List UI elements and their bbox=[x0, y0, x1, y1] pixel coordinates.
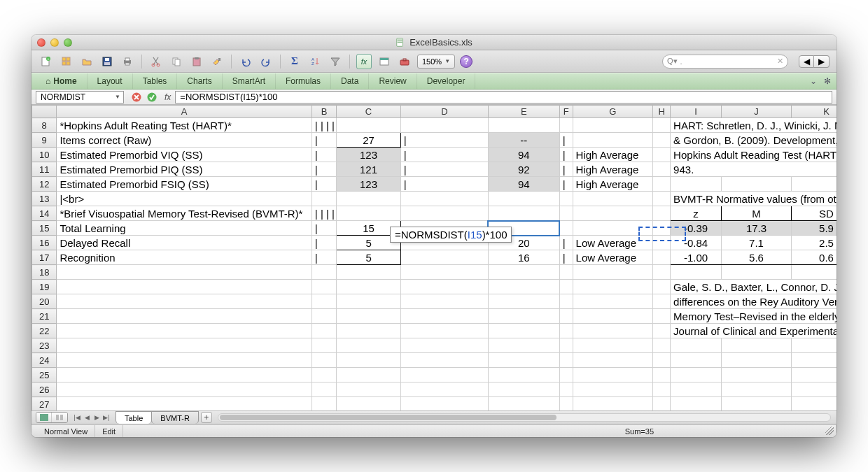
cell[interactable]: 943. bbox=[671, 162, 836, 177]
cell[interactable]: Recognition bbox=[57, 250, 312, 265]
cell[interactable] bbox=[312, 280, 336, 294]
cell[interactable]: Estimated Premorbid PIQ (SS) bbox=[57, 162, 312, 177]
row-header[interactable]: 17 bbox=[32, 250, 57, 265]
print-icon[interactable] bbox=[120, 54, 135, 69]
nav-forward-icon[interactable]: ▶ bbox=[814, 55, 830, 68]
cell[interactable]: Estimated Premorbid FSIQ (SS) bbox=[57, 177, 312, 192]
cell[interactable]: | bbox=[559, 177, 573, 192]
confirm-formula-icon[interactable] bbox=[146, 92, 158, 103]
cell[interactable] bbox=[722, 265, 792, 280]
cell[interactable]: 0.6 bbox=[791, 250, 836, 265]
cell[interactable] bbox=[488, 338, 559, 353]
ribbon-tab-smartart[interactable]: SmartArt bbox=[223, 73, 276, 89]
cell[interactable] bbox=[57, 309, 312, 324]
cell[interactable]: | bbox=[312, 236, 336, 250]
cell[interactable] bbox=[559, 382, 573, 397]
cell[interactable] bbox=[722, 397, 792, 411]
minimize-icon[interactable] bbox=[50, 38, 59, 47]
row-header[interactable]: 9 bbox=[32, 133, 57, 148]
cell[interactable]: & Gordon, B. (2009). Development, ps bbox=[671, 133, 836, 148]
undo-icon[interactable] bbox=[238, 54, 253, 69]
ribbon-collapse-icon[interactable]: ⌄ bbox=[810, 76, 817, 86]
cell[interactable] bbox=[573, 382, 653, 397]
cell[interactable] bbox=[559, 368, 573, 382]
cell[interactable] bbox=[400, 309, 488, 324]
filter-icon[interactable] bbox=[328, 54, 343, 69]
copy-icon[interactable] bbox=[169, 54, 184, 69]
row-header[interactable]: 8 bbox=[32, 118, 57, 133]
cell[interactable]: -0.84 bbox=[671, 236, 722, 250]
cell[interactable] bbox=[337, 368, 401, 382]
cell[interactable] bbox=[312, 368, 336, 382]
cell[interactable] bbox=[653, 133, 671, 148]
cell[interactable] bbox=[559, 221, 573, 236]
sheet-tab-bvmt-r[interactable]: BVMT-R bbox=[151, 411, 199, 424]
cell[interactable] bbox=[573, 206, 653, 221]
cell[interactable]: Low Average bbox=[573, 236, 653, 250]
cell[interactable]: | bbox=[559, 236, 573, 250]
cell[interactable]: 5 bbox=[337, 250, 401, 265]
cell[interactable] bbox=[671, 353, 722, 368]
cell[interactable] bbox=[57, 265, 312, 280]
cell[interactable] bbox=[791, 353, 836, 368]
row-header[interactable]: 18 bbox=[32, 265, 57, 280]
cell[interactable] bbox=[653, 280, 671, 294]
cell[interactable] bbox=[653, 368, 671, 382]
cell[interactable] bbox=[722, 177, 792, 192]
page-layout-view-icon[interactable] bbox=[52, 413, 67, 422]
row-header[interactable]: 13 bbox=[32, 192, 57, 206]
cell[interactable] bbox=[573, 338, 653, 353]
cell[interactable] bbox=[488, 353, 559, 368]
cell[interactable]: | bbox=[400, 177, 488, 192]
cell[interactable] bbox=[337, 309, 401, 324]
cell[interactable]: 7.1 bbox=[722, 236, 792, 250]
cell[interactable] bbox=[573, 309, 653, 324]
save-icon[interactable] bbox=[99, 54, 115, 69]
cell[interactable]: | | | | bbox=[312, 118, 336, 133]
cell[interactable] bbox=[559, 353, 573, 368]
cell[interactable]: 17.3 bbox=[722, 221, 792, 236]
cell[interactable] bbox=[653, 250, 671, 265]
cell[interactable] bbox=[573, 280, 653, 294]
cell[interactable]: *Hopkins Adult Reating Test (HART)* bbox=[57, 118, 312, 133]
row-header[interactable]: 21 bbox=[32, 309, 57, 324]
cell[interactable]: | | | | bbox=[312, 206, 336, 221]
add-sheet-icon[interactable]: + bbox=[201, 412, 212, 423]
new-workbook-icon[interactable]: + bbox=[38, 54, 54, 69]
cell[interactable] bbox=[671, 397, 722, 411]
cell[interactable] bbox=[559, 294, 573, 309]
cell[interactable]: 2.5 bbox=[791, 236, 836, 250]
cell[interactable] bbox=[653, 324, 671, 338]
cell[interactable] bbox=[337, 353, 401, 368]
cell[interactable]: | bbox=[312, 177, 336, 192]
cell[interactable] bbox=[671, 338, 722, 353]
cell[interactable] bbox=[671, 368, 722, 382]
clear-search-icon[interactable]: ✕ bbox=[777, 57, 783, 66]
cell[interactable] bbox=[400, 397, 488, 411]
cell[interactable] bbox=[573, 133, 653, 148]
row-header[interactable]: 19 bbox=[32, 280, 57, 294]
cell[interactable]: 94 bbox=[488, 177, 559, 192]
cell[interactable] bbox=[400, 324, 488, 338]
cell[interactable]: 123 bbox=[337, 177, 401, 192]
cell[interactable]: Low Average bbox=[573, 250, 653, 265]
ribbon-tab-developer[interactable]: Developer bbox=[417, 73, 476, 89]
autosum-icon[interactable]: Σ bbox=[287, 54, 302, 69]
spreadsheet[interactable]: A B C D E F G H I J K 8*Hopkins Adult Re… bbox=[31, 105, 836, 410]
cell[interactable] bbox=[488, 382, 559, 397]
cell[interactable] bbox=[573, 294, 653, 309]
col-header[interactable]: E bbox=[488, 106, 559, 118]
cell[interactable]: | bbox=[312, 250, 336, 265]
cell[interactable] bbox=[722, 353, 792, 368]
cell[interactable]: M bbox=[722, 206, 792, 221]
cell[interactable] bbox=[653, 353, 671, 368]
cell[interactable]: | bbox=[559, 148, 573, 162]
row-header[interactable]: 23 bbox=[32, 338, 57, 353]
cell[interactable]: *Brief Visuospatial Memory Test-Revised … bbox=[57, 206, 312, 221]
cell[interactable]: differences on the Rey Auditory Verba bbox=[671, 294, 836, 309]
ribbon-tab-formulas[interactable]: Formulas bbox=[276, 73, 331, 89]
cell[interactable] bbox=[57, 324, 312, 338]
cell[interactable] bbox=[312, 192, 336, 206]
redo-icon[interactable] bbox=[258, 54, 274, 69]
prev-sheet-icon[interactable]: ◀ bbox=[82, 414, 92, 421]
